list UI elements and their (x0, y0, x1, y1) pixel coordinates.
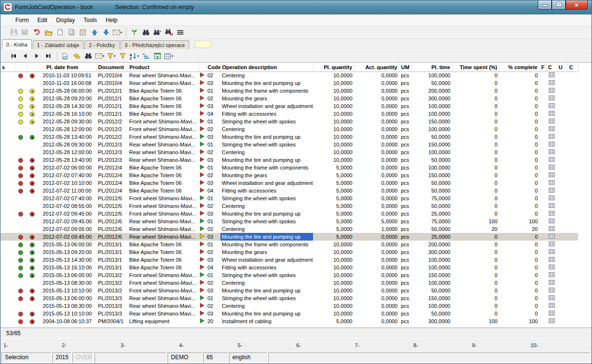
selector-cell[interactable] (0, 95, 15, 102)
pl-time-cell[interactable]: 50,0000 (411, 225, 452, 233)
pct-complete-cell[interactable]: 0 (499, 256, 540, 264)
code-cell[interactable]: 04 (206, 187, 220, 194)
f-cell[interactable] (540, 179, 546, 187)
selector-cell[interactable] (0, 87, 15, 95)
document-cell[interactable]: PL/2012/6 (97, 233, 128, 241)
status-cell[interactable] (15, 164, 26, 171)
selector-cell[interactable] (0, 202, 15, 210)
document-cell[interactable]: PL/2013/1 (97, 264, 128, 271)
c2-cell[interactable] (568, 187, 578, 194)
time-spent-cell[interactable]: 0 (452, 110, 499, 118)
pl-time-cell[interactable]: 50,0000 (411, 79, 452, 87)
f-cell[interactable] (540, 72, 546, 79)
time-spent-cell[interactable]: 0 (452, 210, 499, 218)
grid-icon[interactable] (549, 149, 555, 155)
save-button[interactable] (8, 27, 19, 38)
close-button[interactable]: × (566, 0, 588, 10)
code-cell[interactable]: 03 (206, 310, 220, 317)
um-cell[interactable]: pcs (399, 187, 411, 194)
act-quantity-cell[interactable]: 0,0000 (354, 133, 399, 141)
product-cell[interactable]: Bike Apache Totem 06 (128, 248, 199, 256)
operation-cell[interactable]: Stringing the wheel with spokes (220, 118, 313, 125)
selector-cell[interactable] (0, 102, 15, 110)
date-cell[interactable]: 2012-05-28 14:30:00 (38, 102, 97, 110)
operation-cell[interactable]: Centering (220, 72, 313, 79)
status-dot-cell[interactable] (26, 194, 38, 202)
grid-icon[interactable] (549, 103, 555, 109)
code-cell[interactable]: 03 (206, 102, 220, 110)
c2-cell[interactable] (568, 102, 578, 110)
product-cell[interactable]: Rear wheel Shimano-Mavi... (128, 233, 199, 241)
act-quantity-cell[interactable]: 0,0000 (354, 87, 399, 95)
status-cell[interactable] (15, 248, 26, 256)
pl-time-cell[interactable]: 25,0000 (411, 233, 452, 241)
status-dot-cell[interactable] (26, 164, 38, 171)
table-row[interactable]: 2015-05-13 06:00:00PL/2013/1Bike Apache … (0, 241, 578, 248)
product-cell[interactable]: Front wheel Shimano-Mavi... (128, 133, 199, 141)
time-spent-cell[interactable]: 0 (452, 241, 499, 248)
document-cell[interactable]: PL/2012/1 (97, 110, 128, 118)
status-dot-cell[interactable] (26, 141, 38, 148)
arrow-cell[interactable] (199, 79, 206, 87)
c2-cell[interactable] (568, 125, 578, 133)
date-cell[interactable]: 2012-07-02 07:40:00 (38, 194, 97, 202)
grid-icon[interactable] (549, 211, 555, 217)
pl-quantity-cell[interactable]: 5,0000 (313, 218, 354, 225)
detail-cell[interactable] (546, 187, 557, 194)
product-cell[interactable]: Bike Apache Totem 06 (128, 164, 199, 171)
u-cell[interactable] (557, 271, 568, 279)
u-cell[interactable] (557, 187, 568, 194)
document-cell[interactable]: PL/2012/3 (97, 156, 128, 164)
document-cell[interactable]: PL/2013/1 (97, 248, 128, 256)
c2-cell[interactable] (568, 210, 578, 218)
time-spent-cell[interactable]: 0 (452, 294, 499, 302)
pct-complete-cell[interactable]: 0 (499, 133, 540, 141)
menu-item-form[interactable]: Form (11, 15, 33, 25)
column-header-date[interactable]: Pl. date from (38, 63, 97, 72)
c2-cell[interactable] (568, 317, 578, 325)
column-header-pl_qty[interactable]: Pl. quantity (313, 63, 354, 72)
status-cell[interactable] (15, 148, 26, 156)
arrow-cell[interactable] (199, 256, 206, 264)
date-cell[interactable]: 2015-05-13 16:10:00 (38, 264, 97, 271)
column-header-um[interactable]: UM (399, 63, 411, 72)
f-cell[interactable] (540, 194, 546, 202)
time-spent-cell[interactable]: 0 (452, 279, 499, 287)
c2-cell[interactable] (568, 202, 578, 210)
status-cell[interactable] (15, 110, 26, 118)
pl-time-cell[interactable]: 150,0000 (411, 271, 452, 279)
grid-icon[interactable] (549, 272, 555, 278)
date-cell[interactable]: 2015-05-13 06:00:00 (38, 271, 97, 279)
status-dot-cell[interactable] (26, 310, 38, 317)
grid-icon[interactable] (549, 165, 555, 170)
act-quantity-cell[interactable]: 0,0000 (354, 287, 399, 294)
code-cell[interactable]: 01 (206, 194, 220, 202)
date-cell[interactable]: 2012-05-28 13:40:00 (38, 156, 97, 164)
product-cell[interactable]: Rear wheel Shimano-Mavi... (128, 294, 199, 302)
pl-time-cell[interactable]: 25,0000 (411, 210, 452, 218)
operation-cell[interactable]: Stringing the wheel with spokes (220, 218, 313, 225)
column-header-s[interactable]: s (0, 63, 15, 72)
um-cell[interactable]: pcs (399, 171, 411, 179)
act-quantity-cell[interactable]: 0,0000 (354, 164, 399, 171)
grid-icon[interactable] (549, 134, 555, 140)
um-cell[interactable]: pcs (399, 179, 411, 187)
product-cell[interactable]: Front wheel Shimano-Mavi... (128, 287, 199, 294)
date-cell[interactable]: 2010-11-03 10:09:51 (38, 72, 97, 79)
table-row[interactable]: 2012-07-02 08:55:00PL/2012/5Front wheel … (0, 202, 578, 210)
time-spent-cell[interactable]: 0 (452, 102, 499, 110)
pl-quantity-cell[interactable]: 10,0000 (313, 118, 354, 125)
column-header-time_spent[interactable]: Time spent (%) (452, 63, 499, 72)
document-cell[interactable]: PM/2004/1 (97, 317, 128, 325)
table-row[interactable]: 2015-05-13 16:10:00PL/2013/1Bike Apache … (0, 264, 578, 271)
table-row[interactable]: 2004-10-08 06:10:37PM/2004/1Lifting equi… (0, 317, 578, 325)
f-cell[interactable] (540, 264, 546, 271)
c2-cell[interactable] (568, 218, 578, 225)
first-record-button[interactable] (8, 50, 19, 61)
pl-time-cell[interactable]: 100,0000 (411, 256, 452, 264)
detail-cell[interactable] (546, 87, 557, 95)
status-cell[interactable] (15, 210, 26, 218)
pl-time-cell[interactable]: 50,0000 (411, 179, 452, 187)
detail-cell[interactable] (546, 110, 557, 118)
detail-cell[interactable] (546, 171, 557, 179)
